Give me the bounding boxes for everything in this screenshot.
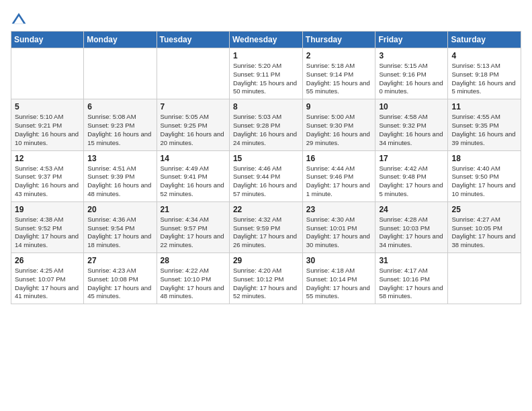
calendar-week-row: 19Sunrise: 4:38 AM Sunset: 9:52 PM Dayli… <box>11 201 521 253</box>
calendar-cell: 7Sunrise: 5:05 AM Sunset: 9:25 PM Daylig… <box>157 99 229 150</box>
calendar-cell: 15Sunrise: 4:46 AM Sunset: 9:44 PM Dayli… <box>229 150 302 201</box>
day-number: 31 <box>379 256 444 265</box>
calendar-cell: 21Sunrise: 4:34 AM Sunset: 9:57 PM Dayli… <box>157 201 229 253</box>
calendar-cell: 13Sunrise: 4:51 AM Sunset: 9:39 PM Dayli… <box>84 150 157 201</box>
day-info: Sunrise: 5:18 AM Sunset: 9:14 PM Dayligh… <box>306 62 372 96</box>
day-info: Sunrise: 4:20 AM Sunset: 10:12 PM Daylig… <box>233 267 299 301</box>
calendar-cell: 5Sunrise: 5:10 AM Sunset: 9:21 PM Daylig… <box>11 99 84 150</box>
day-number: 20 <box>87 205 152 214</box>
day-number: 5 <box>15 102 80 111</box>
day-info: Sunrise: 4:36 AM Sunset: 9:54 PM Dayligh… <box>87 216 152 250</box>
day-info: Sunrise: 4:32 AM Sunset: 9:59 PM Dayligh… <box>233 216 299 250</box>
day-info: Sunrise: 4:18 AM Sunset: 10:14 PM Daylig… <box>306 267 372 301</box>
day-number: 17 <box>379 154 444 163</box>
day-number: 28 <box>161 256 226 265</box>
day-info: Sunrise: 4:23 AM Sunset: 10:08 PM Daylig… <box>87 267 152 301</box>
day-info: Sunrise: 4:40 AM Sunset: 9:50 PM Dayligh… <box>451 165 517 199</box>
day-info: Sunrise: 4:38 AM Sunset: 9:52 PM Dayligh… <box>15 216 80 250</box>
day-number: 1 <box>233 51 299 60</box>
day-of-week-header: Saturday <box>448 32 521 48</box>
calendar-cell <box>11 48 84 99</box>
day-number: 25 <box>451 205 517 214</box>
calendar-cell: 28Sunrise: 4:22 AM Sunset: 10:10 PM Dayl… <box>157 253 229 304</box>
calendar-cell: 31Sunrise: 4:17 AM Sunset: 10:16 PM Dayl… <box>375 253 448 304</box>
day-number: 10 <box>379 102 444 111</box>
calendar-cell: 8Sunrise: 5:03 AM Sunset: 9:28 PM Daylig… <box>229 99 302 150</box>
calendar-cell <box>448 253 521 304</box>
calendar-cell <box>84 48 157 99</box>
day-number: 3 <box>379 51 444 60</box>
calendar-cell: 17Sunrise: 4:42 AM Sunset: 9:48 PM Dayli… <box>375 150 448 201</box>
day-info: Sunrise: 4:42 AM Sunset: 9:48 PM Dayligh… <box>379 165 444 199</box>
day-of-week-header: Thursday <box>302 32 375 48</box>
calendar-cell: 25Sunrise: 4:27 AM Sunset: 10:05 PM Dayl… <box>448 201 521 253</box>
calendar-week-row: 5Sunrise: 5:10 AM Sunset: 9:21 PM Daylig… <box>11 99 521 150</box>
day-number: 19 <box>15 205 80 214</box>
calendar-cell: 26Sunrise: 4:25 AM Sunset: 10:07 PM Dayl… <box>11 253 84 304</box>
day-info: Sunrise: 4:55 AM Sunset: 9:35 PM Dayligh… <box>451 113 517 147</box>
day-info: Sunrise: 4:22 AM Sunset: 10:10 PM Daylig… <box>161 267 226 301</box>
page-header <box>11 11 521 27</box>
calendar-week-row: 1Sunrise: 5:20 AM Sunset: 9:11 PM Daylig… <box>11 48 521 99</box>
calendar-cell: 20Sunrise: 4:36 AM Sunset: 9:54 PM Dayli… <box>84 201 157 253</box>
day-of-week-header: Sunday <box>11 32 84 48</box>
day-info: Sunrise: 4:49 AM Sunset: 9:41 PM Dayligh… <box>161 165 226 199</box>
day-number: 8 <box>233 102 299 111</box>
calendar-cell: 12Sunrise: 4:53 AM Sunset: 9:37 PM Dayli… <box>11 150 84 201</box>
calendar-cell: 29Sunrise: 4:20 AM Sunset: 10:12 PM Dayl… <box>229 253 302 304</box>
calendar-cell: 16Sunrise: 4:44 AM Sunset: 9:46 PM Dayli… <box>302 150 375 201</box>
day-info: Sunrise: 5:05 AM Sunset: 9:25 PM Dayligh… <box>161 113 226 147</box>
calendar-cell: 22Sunrise: 4:32 AM Sunset: 9:59 PM Dayli… <box>229 201 302 253</box>
day-number: 21 <box>161 205 226 214</box>
day-number: 7 <box>161 102 226 111</box>
day-info: Sunrise: 4:28 AM Sunset: 10:03 PM Daylig… <box>379 216 444 250</box>
day-number: 26 <box>15 256 80 265</box>
calendar-cell: 23Sunrise: 4:30 AM Sunset: 10:01 PM Dayl… <box>302 201 375 253</box>
day-info: Sunrise: 4:53 AM Sunset: 9:37 PM Dayligh… <box>15 165 80 199</box>
calendar-cell: 6Sunrise: 5:08 AM Sunset: 9:23 PM Daylig… <box>84 99 157 150</box>
day-number: 2 <box>306 51 372 60</box>
day-info: Sunrise: 5:10 AM Sunset: 9:21 PM Dayligh… <box>15 113 80 147</box>
day-number: 15 <box>233 154 299 163</box>
day-info: Sunrise: 5:20 AM Sunset: 9:11 PM Dayligh… <box>233 62 299 96</box>
logo <box>11 11 28 27</box>
calendar-cell: 1Sunrise: 5:20 AM Sunset: 9:11 PM Daylig… <box>229 48 302 99</box>
day-info: Sunrise: 4:51 AM Sunset: 9:39 PM Dayligh… <box>87 165 152 199</box>
calendar-cell: 18Sunrise: 4:40 AM Sunset: 9:50 PM Dayli… <box>448 150 521 201</box>
day-of-week-header: Wednesday <box>229 32 302 48</box>
day-info: Sunrise: 5:15 AM Sunset: 9:16 PM Dayligh… <box>379 62 444 96</box>
calendar-week-row: 12Sunrise: 4:53 AM Sunset: 9:37 PM Dayli… <box>11 150 521 201</box>
day-number: 29 <box>233 256 299 265</box>
day-number: 4 <box>451 51 517 60</box>
day-number: 27 <box>87 256 152 265</box>
day-info: Sunrise: 4:17 AM Sunset: 10:16 PM Daylig… <box>379 267 444 301</box>
day-number: 13 <box>87 154 152 163</box>
day-number: 23 <box>306 205 372 214</box>
day-number: 9 <box>306 102 372 111</box>
day-info: Sunrise: 5:03 AM Sunset: 9:28 PM Dayligh… <box>233 113 299 147</box>
day-number: 11 <box>451 102 517 111</box>
day-info: Sunrise: 5:13 AM Sunset: 9:18 PM Dayligh… <box>451 62 517 96</box>
calendar-cell: 11Sunrise: 4:55 AM Sunset: 9:35 PM Dayli… <box>448 99 521 150</box>
day-number: 18 <box>451 154 517 163</box>
day-number: 16 <box>306 154 372 163</box>
calendar-cell: 2Sunrise: 5:18 AM Sunset: 9:14 PM Daylig… <box>302 48 375 99</box>
calendar-cell: 14Sunrise: 4:49 AM Sunset: 9:41 PM Dayli… <box>157 150 229 201</box>
calendar-table: SundayMondayTuesdayWednesdayThursdayFrid… <box>11 31 521 304</box>
day-of-week-header: Monday <box>84 32 157 48</box>
day-number: 30 <box>306 256 372 265</box>
day-info: Sunrise: 4:58 AM Sunset: 9:32 PM Dayligh… <box>379 113 444 147</box>
day-info: Sunrise: 4:30 AM Sunset: 10:01 PM Daylig… <box>306 216 372 250</box>
day-of-week-header: Friday <box>375 32 448 48</box>
day-number: 14 <box>161 154 226 163</box>
day-info: Sunrise: 4:27 AM Sunset: 10:05 PM Daylig… <box>451 216 517 250</box>
calendar-cell: 3Sunrise: 5:15 AM Sunset: 9:16 PM Daylig… <box>375 48 448 99</box>
calendar-week-row: 26Sunrise: 4:25 AM Sunset: 10:07 PM Dayl… <box>11 253 521 304</box>
calendar-cell: 10Sunrise: 4:58 AM Sunset: 9:32 PM Dayli… <box>375 99 448 150</box>
calendar-cell: 30Sunrise: 4:18 AM Sunset: 10:14 PM Dayl… <box>302 253 375 304</box>
logo-icon <box>11 11 27 27</box>
calendar-cell: 24Sunrise: 4:28 AM Sunset: 10:03 PM Dayl… <box>375 201 448 253</box>
calendar-cell <box>157 48 229 99</box>
day-info: Sunrise: 4:44 AM Sunset: 9:46 PM Dayligh… <box>306 165 372 199</box>
day-info: Sunrise: 5:08 AM Sunset: 9:23 PM Dayligh… <box>87 113 152 147</box>
